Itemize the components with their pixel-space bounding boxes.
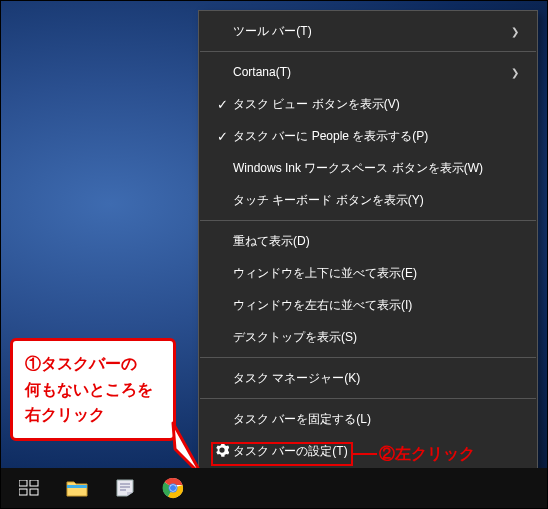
menu-separator (200, 51, 536, 52)
menu-item-label: デスクトップを表示(S) (233, 329, 519, 346)
menu-separator (200, 220, 536, 221)
menu-item-label: 重ねて表示(D) (233, 233, 519, 250)
menu-item-label: タスク マネージャー(K) (233, 370, 519, 387)
chrome-button[interactable] (149, 468, 197, 508)
menu-item[interactable]: タッチ キーボード ボタンを表示(Y) (199, 184, 537, 216)
callout-leader-2 (353, 453, 377, 455)
task-view-button[interactable] (5, 468, 53, 508)
menu-item-label: ツール バー(T) (233, 23, 511, 40)
menu-item-label: タスク バーの設定(T) (233, 443, 519, 460)
svg-rect-4 (67, 485, 87, 488)
callout-line: 右クリック (25, 402, 161, 428)
folder-icon (66, 479, 88, 497)
check-icon: ✓ (211, 97, 233, 112)
svg-rect-3 (30, 489, 38, 495)
file-explorer-button[interactable] (53, 468, 101, 508)
menu-item[interactable]: ツール バー(T)❯ (199, 15, 537, 47)
menu-item[interactable]: 重ねて表示(D) (199, 225, 537, 257)
annotation-callout-2: ②左クリック (379, 444, 475, 465)
chrome-icon (162, 477, 184, 499)
menu-separator (200, 398, 536, 399)
callout-line: ①タスクバーの (25, 351, 161, 377)
menu-item[interactable]: タスク バーの設定(T) (199, 435, 537, 467)
gear-icon (215, 443, 229, 457)
callout-line: 何もないところを (25, 377, 161, 403)
svg-rect-2 (19, 489, 27, 495)
menu-item-label: タッチ キーボード ボタンを表示(Y) (233, 192, 519, 209)
menu-item-label: タスク バーに People を表示する(P) (233, 128, 519, 145)
taskbar[interactable] (1, 468, 547, 508)
menu-item[interactable]: ✓タスク バーに People を表示する(P) (199, 120, 537, 152)
menu-item-label: Windows Ink ワークスペース ボタンを表示(W) (233, 160, 519, 177)
task-view-icon (19, 480, 39, 496)
annotation-callout-1: ①タスクバーの 何もないところを 右クリック (10, 338, 176, 441)
menu-item[interactable]: タスク バーを固定する(L) (199, 403, 537, 435)
note-icon (115, 478, 135, 498)
menu-separator (200, 357, 536, 358)
menu-item[interactable]: デスクトップを表示(S) (199, 321, 537, 353)
menu-item-label: タスク バーを固定する(L) (233, 411, 519, 428)
menu-item[interactable]: Windows Ink ワークスペース ボタンを表示(W) (199, 152, 537, 184)
sticky-notes-button[interactable] (101, 468, 149, 508)
svg-rect-0 (19, 480, 27, 486)
menu-item-label: Cortana(T) (233, 65, 511, 79)
menu-item[interactable]: タスク マネージャー(K) (199, 362, 537, 394)
menu-item[interactable]: ウィンドウを左右に並べて表示(I) (199, 289, 537, 321)
chevron-right-icon: ❯ (511, 26, 519, 37)
chevron-right-icon: ❯ (511, 67, 519, 78)
menu-item-label: ウィンドウを上下に並べて表示(E) (233, 265, 519, 282)
gear-icon (211, 443, 233, 460)
svg-rect-1 (30, 480, 38, 486)
menu-item[interactable]: ✓タスク ビュー ボタンを表示(V) (199, 88, 537, 120)
check-icon: ✓ (211, 129, 233, 144)
svg-point-8 (170, 485, 176, 491)
menu-item[interactable]: Cortana(T)❯ (199, 56, 537, 88)
menu-item-label: ウィンドウを左右に並べて表示(I) (233, 297, 519, 314)
menu-item-label: タスク ビュー ボタンを表示(V) (233, 96, 519, 113)
taskbar-context-menu: ツール バー(T)❯Cortana(T)❯✓タスク ビュー ボタンを表示(V)✓… (198, 10, 538, 472)
menu-item[interactable]: ウィンドウを上下に並べて表示(E) (199, 257, 537, 289)
